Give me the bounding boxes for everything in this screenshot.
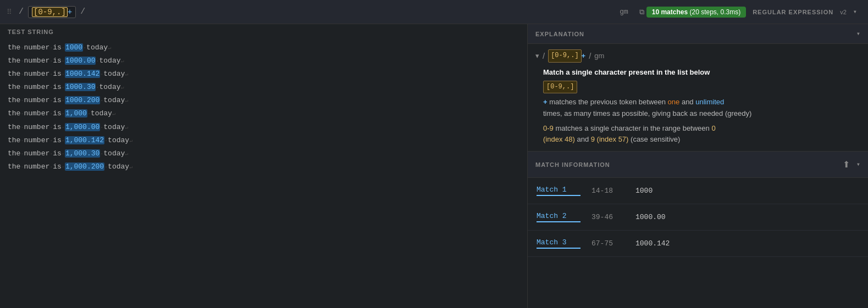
dot-char: · (49, 98, 53, 104)
dot-char: · (20, 164, 24, 170)
match-highlight: 1,000 (65, 109, 87, 117)
slash-right: / (80, 7, 85, 16)
exp-slash-right: / (589, 49, 591, 63)
top-bar-right: 10 matches (20 steps, 0.3ms) REGULAR EXP… (646, 7, 857, 18)
newline-marker: ↵ (129, 164, 132, 170)
explanation-title: EXPLANATION (535, 31, 584, 37)
match-item: Match 114-181000 (528, 178, 868, 204)
char-class: [0-9,.] (32, 7, 68, 17)
dot-char: · (20, 58, 24, 64)
match-label: Match 3 (537, 238, 580, 249)
share-button[interactable]: ⬆ (841, 157, 852, 172)
copy-button[interactable]: ⧉ (637, 5, 646, 19)
newline-marker: ↵ (125, 125, 128, 131)
exp-index-end: (index 57) (597, 135, 629, 143)
dot-char: · (104, 138, 108, 144)
dot-char: · (49, 125, 53, 131)
dot-char: · (49, 164, 53, 170)
exp-slash-left: / (543, 49, 545, 63)
dot-char: · (62, 58, 65, 64)
dot-char: · (100, 125, 103, 131)
match-range: 67-75 (591, 239, 624, 248)
dot-char: · (20, 138, 24, 144)
match-range: 39-46 (591, 213, 624, 221)
dot-char: · (20, 98, 24, 104)
match-highlight: 1,000.142 (65, 136, 104, 144)
exp-unlimited-label: unlimited (695, 98, 724, 106)
exp-class-badge-container: [0-9,.] (535, 81, 860, 97)
matches-count: 10 matches (652, 8, 688, 16)
dot-char: · (49, 45, 53, 51)
dot-char: · (104, 164, 108, 170)
exp-zero-label: 0 (711, 124, 715, 132)
dot-char: · (100, 71, 103, 77)
dot-char: · (20, 111, 24, 117)
dot-char: · (62, 71, 65, 77)
exp-plus-symbol: + (543, 98, 548, 106)
test-line: the·number·is·1,000.00·today↵ (8, 121, 519, 133)
match-highlight: 1,000.200 (65, 163, 104, 171)
match-label: Match 1 (537, 186, 580, 196)
plus-quantifier: + (68, 8, 72, 16)
match-info-chevron-icon[interactable]: ▾ (856, 160, 860, 169)
exp-plus-desc: + matches the previous token between one… (543, 97, 860, 120)
test-string-label: TEST STRING (0, 24, 527, 37)
dot-char: · (20, 71, 24, 77)
dot-char: · (100, 151, 103, 157)
dot-char: · (62, 98, 65, 104)
top-bar: ⠿ / [0-9,.]+ / gm ⧉ 10 matches (20 steps… (0, 0, 868, 24)
exp-range-text: matches a single character in the range … (555, 124, 711, 132)
test-line: the·number·is·1000·today↵ (8, 42, 519, 54)
match-label: Match 2 (537, 212, 580, 222)
exp-plus-suffix: times, as many times as possible, giving… (543, 109, 751, 117)
exp-plus-prefix: matches the previous token between (549, 98, 667, 106)
main-content: TEST STRING the·number·is·1000·today↵the… (0, 24, 868, 308)
test-line: the·number·is·1,000.30·today↵ (8, 148, 519, 160)
match-item: Match 367-751000.142 (528, 231, 868, 257)
version-badge: v2 (840, 9, 847, 15)
version-chevron-icon[interactable]: ▾ (853, 8, 857, 16)
exp-arrow-icon: ▾ (535, 51, 539, 62)
explanation-chevron-icon[interactable]: ▾ (856, 30, 860, 38)
newline-marker: ↵ (125, 71, 128, 77)
match-info-section: MATCH INFORMATION ⬆ ▾ Match 114-181000Ma… (528, 152, 868, 308)
dot-char: · (20, 45, 24, 51)
exp-char-class: [0-9,.] (548, 49, 581, 62)
exp-pattern: [0-9,.]+ (548, 49, 585, 62)
flags: gm (620, 8, 628, 16)
dot-char: · (20, 151, 24, 157)
match-item: Match 239-461000.00 (528, 204, 868, 231)
match-value: 1000 (635, 187, 653, 195)
match-info-header: MATCH INFORMATION ⬆ ▾ (528, 152, 868, 178)
test-string-area[interactable]: the·number·is·1000·today↵the·number·is·1… (0, 37, 527, 308)
matches-detail: (20 steps, 0.3ms) (689, 8, 740, 16)
match-highlight: 1000.142 (65, 70, 100, 78)
exp-nine-label: 9 (591, 135, 595, 143)
exp-range-label: 0-9 (543, 124, 554, 132)
test-line: the·number·is·1000.142·today↵ (8, 68, 519, 80)
dot-char: · (62, 85, 65, 91)
match-value: 1000.142 (635, 239, 670, 248)
match-highlight: 1,000.30 (65, 149, 100, 158)
test-line: the·number·is·1000.00·today↵ (8, 55, 519, 67)
drag-handle: ⠿ (7, 8, 12, 16)
exp-and-label: and (682, 98, 695, 106)
match-info-title: MATCH INFORMATION (535, 161, 610, 168)
dot-char: · (20, 125, 24, 131)
dot-char: · (96, 58, 99, 64)
match-list: Match 114-181000Match 239-461000.00Match… (528, 178, 868, 308)
exp-match-header: Match a single character present in the … (543, 67, 860, 79)
test-line: the·number·is·1000.200·today↵ (8, 94, 519, 107)
dot-char: · (49, 58, 53, 64)
match-value: 1000.00 (635, 213, 666, 221)
exp-plus: + (582, 51, 586, 62)
exp-index-start: (index 48) (543, 135, 575, 143)
dot-char: · (20, 85, 24, 91)
match-info-controls: ⬆ ▾ (836, 157, 860, 172)
dot-char: · (49, 138, 53, 144)
exp-case-label: (case sensitive) (631, 135, 680, 143)
dot-char: · (49, 71, 53, 77)
top-bar-left: ⠿ / [0-9,.]+ / gm ⧉ (7, 5, 646, 19)
regex-pattern[interactable]: [0-9,.]+ (28, 6, 76, 18)
regex-label: REGULAR EXPRESSION (753, 9, 833, 15)
